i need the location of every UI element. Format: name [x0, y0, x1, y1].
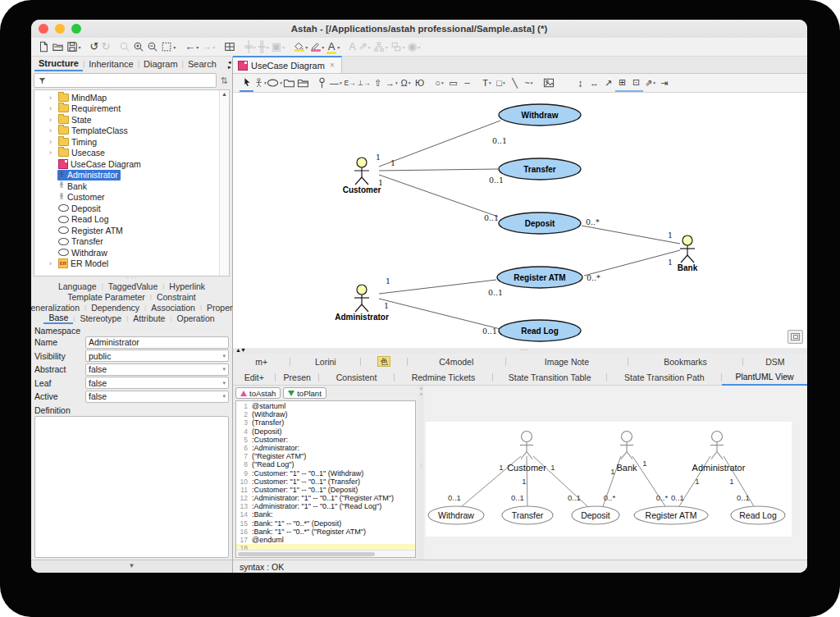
property-tab-hyperlink[interactable]: Hyperlink — [164, 281, 210, 291]
tree-item-state[interactable]: ›State — [34, 114, 219, 126]
tab-plantuml-view[interactable]: PlantUML View — [722, 369, 807, 386]
tab-redmine-tickets[interactable]: Redmine Tickets — [395, 370, 492, 385]
zoom-in-icon[interactable] — [132, 39, 146, 55]
node-tool[interactable]: ○▾ — [432, 75, 446, 91]
tree-item-requirement[interactable]: ›Requirement — [34, 103, 219, 115]
usecase-tool[interactable]: ▾ — [267, 75, 281, 91]
anchor-tool[interactable]: Ω▾ — [399, 75, 413, 91]
zoom-out-icon[interactable] — [146, 39, 160, 55]
horizontal-splitter[interactable]: ▲▼ ··· — [233, 348, 807, 354]
fill-color-icon[interactable]: ▾ — [293, 39, 309, 55]
tab-state-transition-table[interactable]: State Transition Table — [493, 370, 607, 385]
close-window-button[interactable] — [39, 24, 48, 34]
tree-item-withdraw[interactable]: Withdraw — [34, 247, 219, 258]
definition-textarea[interactable] — [34, 416, 229, 559]
property-tab-base[interactable]: Base — [43, 313, 73, 324]
diagram-canvas[interactable]: 10..110..110..110..110..110..*10..*Withd… — [233, 93, 807, 348]
tree-item-administrator[interactable]: Administrator — [34, 170, 219, 181]
text-tool[interactable]: T▾ — [480, 75, 494, 91]
image-tool[interactable] — [541, 75, 555, 91]
usecase-node[interactable]: Withdraw — [499, 104, 581, 126]
expand-chevron[interactable]: › — [49, 259, 57, 267]
tab-c4model[interactable]: C4model — [408, 354, 505, 369]
actor-node-customer[interactable]: Customer — [343, 158, 381, 194]
actor-tool[interactable]: ▾ — [253, 75, 267, 91]
diagram-list-icon[interactable] — [223, 39, 237, 55]
line-color-icon[interactable]: ▾ — [309, 39, 326, 55]
usecase-node[interactable]: Deposit — [499, 213, 581, 234]
property-tab-constraint[interactable]: Constraint — [152, 292, 201, 302]
tab-structure[interactable]: Structure — [34, 57, 83, 71]
tree-item-er-model[interactable]: ›ERER Model — [34, 258, 219, 270]
realization-tool[interactable]: Ю — [413, 75, 427, 91]
property-tab-attribute[interactable]: Attribute — [128, 313, 170, 323]
expand-chevron[interactable]: › — [49, 94, 57, 102]
tab-edit-[interactable]: Edit+ — [233, 370, 275, 385]
font-color-icon[interactable]: A▾ — [326, 39, 341, 55]
association-tool[interactable]: —▾ — [329, 75, 343, 91]
fit-view-icon[interactable]: ▾ — [160, 39, 177, 55]
generalization-tool[interactable]: ⇧ — [371, 75, 385, 91]
expand-chevron[interactable]: › — [49, 104, 57, 112]
visibility-select[interactable]: public▾ — [85, 350, 229, 362]
property-tab-stereotype[interactable]: Stereotype — [75, 313, 126, 323]
filter-input[interactable] — [34, 73, 217, 88]
expand-chevron[interactable]: › — [49, 126, 57, 135]
dependency-tool[interactable]: →▾ — [385, 75, 399, 91]
tree-item-mindmap[interactable]: ›MindMap — [34, 92, 219, 103]
tree-item-bank[interactable]: Bank — [34, 181, 219, 192]
tree-item-deposit[interactable]: Deposit — [34, 203, 219, 214]
add-corner-icon[interactable]: ⊡ — [629, 75, 643, 92]
usecase-node[interactable]: Read Log — [499, 320, 581, 341]
property-tab-template-parameter[interactable]: Template Parameter — [62, 292, 150, 302]
collapse-panel-button[interactable]: ▼ — [31, 560, 232, 573]
to-plant-button[interactable]: toPlant — [283, 387, 326, 399]
tab-lorini[interactable]: Lorini — [290, 354, 360, 369]
tree-item-customer[interactable]: Customer — [34, 192, 219, 203]
tab-m-[interactable]: m+ — [233, 354, 290, 369]
property-tab-dependency[interactable]: Dependency — [86, 303, 144, 313]
curve-tool[interactable]: ~▾ — [522, 75, 536, 91]
note-tool[interactable]: ▭ — [446, 75, 460, 91]
undo-icon[interactable]: ↺ — [89, 39, 100, 55]
property-tab-operation[interactable]: Operation — [171, 313, 219, 323]
open-file-icon[interactable] — [50, 39, 65, 55]
back-icon[interactable]: ←▾ — [184, 39, 200, 55]
line-shape-tool[interactable]: ╲ — [508, 75, 522, 91]
include-tool[interactable]: ⊥→ — [357, 75, 371, 91]
tab-state-transition-path[interactable]: State Transition Path — [607, 370, 721, 385]
select-tool[interactable] — [240, 75, 253, 92]
tab-usecase-diagram[interactable]: UseCase Diagram × — [233, 56, 342, 73]
actor-node-administrator[interactable]: Administrator — [335, 285, 389, 322]
resize-icon[interactable]: ⇗▾ — [643, 75, 657, 91]
name-field[interactable] — [85, 336, 229, 349]
minimize-window-button[interactable] — [55, 24, 65, 34]
usecase-node[interactable]: Register ATM — [497, 267, 582, 288]
expand-collapse-icons[interactable]: ▲▼ — [235, 347, 245, 353]
to-astah-button[interactable]: toAstah — [235, 387, 281, 399]
tree-item-read-log[interactable]: Read Log — [34, 214, 219, 226]
property-tab-association[interactable]: Association — [146, 303, 200, 313]
property-tab-taggedvalue[interactable]: TaggedValue — [103, 281, 163, 291]
align-horizontal-icon[interactable]: ↔ — [587, 75, 601, 91]
plantuml-code-editor[interactable]: 1@startuml2(Withdraw)3(Transfer)4(Deposi… — [235, 400, 416, 558]
extend-tool[interactable]: E→ — [343, 75, 357, 91]
panel-collapse-arrows[interactable]: ◂▸ — [228, 60, 231, 70]
expand-chevron[interactable]: › — [49, 116, 57, 124]
expand-chevron[interactable]: › — [49, 149, 57, 157]
tree-scrollbar[interactable]: ▲ — [219, 90, 229, 276]
pin-tool[interactable] — [315, 75, 329, 91]
add-frame-icon[interactable]: ⊞ — [615, 75, 629, 92]
scroll-up-icon[interactable]: ▲ — [221, 91, 227, 97]
abstract-select[interactable]: false▾ — [85, 363, 229, 376]
property-tab-generalization[interactable]: Generalization — [31, 303, 84, 313]
package-tool[interactable] — [281, 75, 295, 91]
tab-consistent[interactable]: Consistent — [319, 370, 394, 385]
tab-dsm[interactable]: DSM — [743, 354, 807, 369]
overview-map-button[interactable] — [788, 330, 803, 344]
tree-item-usecase[interactable]: ›Usecase — [34, 148, 219, 159]
tab--[interactable]: 色 — [361, 354, 406, 369]
tab-bookmarks[interactable]: Bookmarks — [628, 354, 742, 369]
property-tab-language[interactable]: Language — [53, 281, 102, 291]
hscroll-thumb[interactable] — [238, 552, 375, 556]
